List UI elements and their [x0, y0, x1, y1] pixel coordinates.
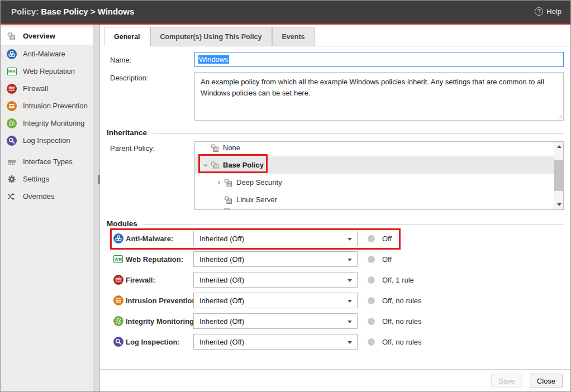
page-title: Policy: Base Policy > Windows — [11, 7, 134, 16]
sidebar-item-log-inspection[interactable]: Log Inspection — [1, 132, 93, 149]
policy-editor-window: Policy: Base Policy > Windows ? Help Ove… — [0, 0, 571, 392]
textarea-resize-handle[interactable] — [556, 113, 562, 119]
section-rule — [143, 224, 564, 225]
sidebar-scroll-gutter — [93, 25, 99, 391]
close-button[interactable]: Close — [530, 374, 563, 388]
page-title-prefix: Policy: — [11, 7, 39, 16]
module-row-integrity-monitoring: Integrity Monitoring: Inherited (Off) Of… — [100, 311, 530, 332]
tab-general[interactable]: General — [104, 27, 150, 46]
status-dot — [368, 256, 375, 263]
description-textarea[interactable]: An example policy from which all the exa… — [194, 72, 564, 121]
log-inspection-state-dropdown[interactable]: Inherited (Off) — [193, 334, 358, 350]
web-reputation-icon: WR — [7, 66, 17, 77]
status-text: Off, no rules — [382, 297, 422, 305]
sidebar-item-overrides[interactable]: Overrides — [1, 188, 93, 205]
log-inspection-icon — [7, 136, 17, 146]
module-row-web-reputation: WR Web Reputation: Inherited (Off) Off — [100, 249, 530, 270]
section-rule — [153, 133, 564, 134]
scroll-up-button[interactable] — [554, 142, 564, 151]
sidebar-item-label: Settings — [23, 175, 49, 183]
module-label: Web Reputation: — [126, 255, 183, 264]
gear-icon — [7, 174, 17, 184]
module-row-anti-malware: Anti-Malware: Inherited (Off) Off — [100, 228, 530, 249]
chevron-right-icon[interactable] — [214, 178, 224, 188]
sidebar-item-label: Anti-Malware — [23, 50, 65, 58]
policy-overview-icon — [7, 31, 17, 41]
module-label: Anti-Malware: — [126, 235, 173, 243]
sidebar-item-label: Interface Types — [23, 157, 73, 166]
chevron-down-icon — [348, 321, 352, 323]
sidebar-item-web-reputation[interactable]: WR Web Reputation — [1, 63, 93, 80]
integrity-monitoring-icon — [7, 118, 17, 128]
tree-item-linux-server[interactable]: Linux Server — [195, 191, 554, 208]
chevron-down-icon — [348, 279, 352, 282]
module-row-intrusion-prevention: Intrusion Prevention: Inherited (Off) Of… — [100, 290, 530, 311]
chevron-down-icon — [348, 259, 352, 261]
triangle-down-icon — [557, 203, 562, 206]
status-text: Off, 1 rule — [382, 276, 414, 284]
policy-icon — [211, 144, 220, 152]
triangle-up-icon — [557, 145, 562, 148]
web-reputation-state-dropdown[interactable]: Inherited (Off) — [193, 251, 358, 267]
anti-malware-state-dropdown[interactable]: Inherited (Off) — [193, 231, 358, 246]
anti-malware-icon — [113, 233, 123, 243]
chevron-down-icon — [348, 300, 352, 303]
intrusion-prevention-icon — [113, 295, 123, 305]
help-icon: ? — [535, 7, 543, 16]
sidebar-item-firewall[interactable]: Firewall — [1, 80, 93, 97]
tree-item-base-policy[interactable]: Base Policy — [195, 156, 554, 174]
description-label: Description: — [110, 74, 149, 82]
anti-malware-icon — [7, 49, 17, 59]
inheritance-title: Inheritance — [107, 128, 147, 137]
module-row-firewall: Firewall: Inherited (Off) Off, 1 rule — [100, 270, 530, 290]
tab-events[interactable]: Events — [272, 27, 315, 46]
tree-item-partial — [224, 208, 230, 210]
status-text: Off, no rules — [382, 317, 422, 326]
name-input[interactable]: Windows — [194, 52, 564, 67]
main-content: General Computer(s) Using This Policy Ev… — [100, 25, 570, 391]
sidebar-item-integrity-monitoring[interactable]: Integrity Monitoring — [1, 114, 93, 132]
expander-spacer — [201, 143, 211, 153]
status-dot — [368, 318, 375, 325]
tab-computers-using-policy[interactable]: Computer(s) Using This Policy — [150, 27, 272, 46]
tree-item-label: None — [223, 144, 240, 152]
dropdown-value: Inherited (Off) — [199, 235, 244, 243]
sidebar-divider — [1, 151, 93, 151]
sidebar-nav: Overview Anti-Malware WR Web Reputation … — [1, 25, 99, 205]
tab-label: Computer(s) Using This Policy — [160, 33, 262, 41]
scroll-thumb[interactable] — [554, 160, 564, 191]
help-link[interactable]: ? Help — [535, 7, 562, 16]
integrity-monitoring-icon — [113, 316, 123, 326]
module-row-log-inspection: Log Inspection: Inherited (Off) Off, no … — [100, 332, 530, 352]
firewall-icon — [113, 275, 123, 285]
tree-item-none[interactable]: None — [195, 141, 554, 156]
module-label: Integrity Monitoring: — [126, 317, 196, 326]
module-label: Firewall: — [126, 276, 155, 284]
scroll-down-button[interactable] — [554, 200, 564, 209]
sidebar-item-anti-malware[interactable]: Anti-Malware — [1, 45, 93, 63]
module-label: Intrusion Prevention: — [126, 297, 199, 305]
sidebar-item-intrusion-prevention[interactable]: Intrusion Prevention — [1, 97, 93, 114]
web-reputation-icon: WR — [113, 254, 123, 264]
sidebar-item-label: Overrides — [23, 192, 54, 200]
sidebar-item-overview[interactable]: Overview — [1, 27, 93, 45]
dropdown-value: Inherited (Off) — [199, 338, 244, 346]
sidebar-item-label: Web Reputation — [23, 67, 75, 75]
firewall-state-dropdown[interactable]: Inherited (Off) — [193, 272, 358, 288]
tab-label: Events — [282, 33, 305, 41]
sidebar-item-label: Log Inspection — [23, 136, 70, 145]
status-dot — [368, 276, 375, 284]
intrusion-prevention-state-dropdown[interactable]: Inherited (Off) — [193, 293, 358, 308]
tree-item-deep-security[interactable]: Deep Security — [195, 174, 554, 191]
chevron-down-icon[interactable] — [201, 160, 211, 170]
integrity-monitoring-state-dropdown[interactable]: Inherited (Off) — [193, 313, 358, 329]
sidebar-item-interface-types[interactable]: Interface Types — [1, 153, 93, 170]
save-button[interactable]: Save — [491, 374, 522, 388]
sidebar-item-label: Overview — [23, 32, 55, 40]
module-label: Log Inspection: — [126, 338, 180, 346]
tree-scrollbar — [554, 142, 563, 209]
status-dot — [368, 338, 375, 346]
name-input-selected-text: Windows — [198, 55, 229, 64]
sidebar-item-settings[interactable]: Settings — [1, 170, 93, 188]
tree-item-label: Linux Server — [236, 195, 277, 204]
